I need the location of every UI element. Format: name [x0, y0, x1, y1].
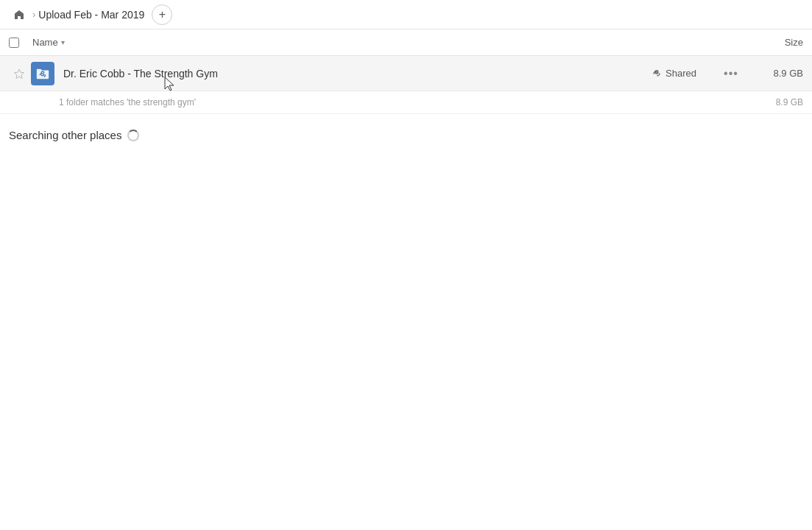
more-icon: •••: [724, 67, 738, 80]
match-info-row: 1 folder matches 'the strength gym' 8.9 …: [0, 91, 812, 114]
loading-spinner: [127, 130, 139, 141]
name-column-header[interactable]: Name ▾: [32, 37, 744, 48]
breadcrumb-separator: ›: [32, 9, 35, 20]
sort-arrow-icon: ▾: [61, 38, 65, 46]
searching-row: Searching other places: [0, 114, 812, 147]
file-name: Dr. Eric Cobb - The Strength Gym: [56, 68, 652, 80]
file-size: 8.9 GB: [744, 68, 803, 79]
file-row[interactable]: Dr. Eric Cobb - The Strength Gym Shared …: [0, 56, 812, 91]
column-header-row: Name ▾ Size: [0, 29, 812, 56]
breadcrumb-title: Upload Feb - Mar 2019: [38, 9, 144, 21]
breadcrumb-bar: › Upload Feb - Mar 2019 +: [0, 0, 812, 29]
star-col[interactable]: [9, 68, 29, 80]
match-size: 8.9 GB: [776, 97, 803, 107]
name-column-label: Name: [32, 37, 58, 48]
shared-label: Shared: [666, 68, 696, 79]
select-all-checkbox[interactable]: [9, 38, 19, 48]
shared-col: Shared: [652, 68, 718, 79]
searching-label: Searching other places: [9, 129, 121, 141]
select-all-checkbox-col[interactable]: [9, 38, 32, 48]
home-button[interactable]: [9, 4, 29, 25]
svg-marker-0: [15, 69, 24, 79]
folder-icon: [31, 62, 54, 85]
match-text: 1 folder matches 'the strength gym': [59, 97, 196, 107]
size-column-header: Size: [744, 37, 803, 48]
more-options-button[interactable]: •••: [718, 67, 744, 80]
add-button[interactable]: +: [152, 4, 172, 25]
folder-icon-col: [29, 62, 56, 85]
